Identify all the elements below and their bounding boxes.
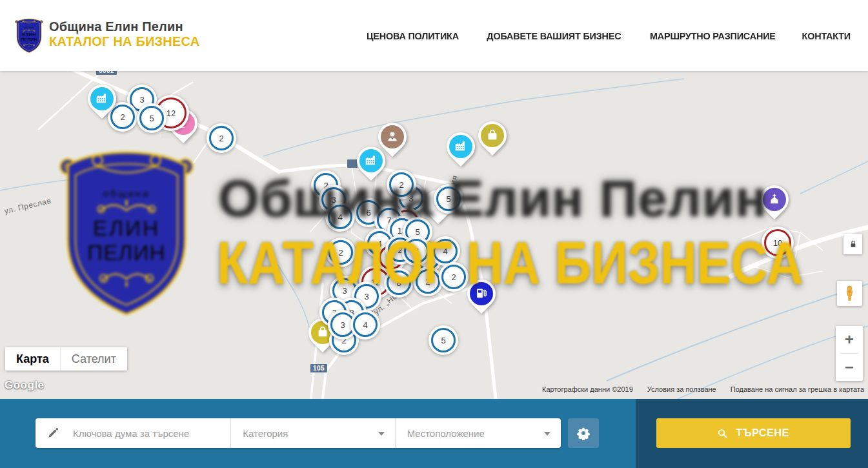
- street-view-pegman-button[interactable]: [837, 281, 862, 306]
- attribution-terms-link[interactable]: Условия за ползване: [647, 385, 716, 393]
- cluster-count: 2: [451, 272, 456, 282]
- church-icon: [767, 192, 782, 206]
- cluster-count: 4: [443, 247, 447, 256]
- map[interactable]: 6002105 ул. Преславбул. „Новоселция 1232…: [0, 71, 868, 399]
- cluster-count: 5: [415, 227, 419, 237]
- worker-icon: [385, 129, 399, 143]
- factory-pin[interactable]: [447, 132, 475, 161]
- search-bar: Категория Местоположение ТЪРСЕНЕ: [0, 399, 868, 468]
- cluster-marker[interactable]: 5: [434, 184, 463, 214]
- markers-layer: 12325 2 2332 56471354827421282233 832345…: [0, 71, 868, 399]
- zoom-control: + −: [836, 326, 863, 381]
- google-logo: Google: [5, 379, 45, 392]
- fuel-pin[interactable]: [467, 280, 496, 308]
- map-type-satellite-button[interactable]: Сателит: [60, 347, 127, 371]
- category-select-label: Категория: [243, 428, 288, 439]
- cluster-count: 4: [338, 212, 342, 222]
- chevron-down-icon: [544, 432, 550, 436]
- lock-control[interactable]: [843, 234, 862, 254]
- cluster-count: 4: [363, 320, 367, 330]
- cluster-count: 3: [340, 320, 345, 330]
- lock-icon: [848, 239, 858, 249]
- gear-icon: [576, 426, 590, 440]
- keyword-field: [35, 418, 230, 448]
- factory-pin[interactable]: [357, 147, 385, 175]
- cluster-count: 10: [773, 238, 782, 248]
- cluster-count: 8: [396, 278, 401, 288]
- chevron-down-icon: [378, 432, 385, 436]
- location-select-label: Местоположение: [407, 428, 485, 439]
- search-icon: [717, 428, 728, 439]
- cluster-marker[interactable]: 2: [413, 267, 443, 296]
- cluster-marker[interactable]: 4: [325, 202, 355, 232]
- nav-contacts[interactable]: КОНТАКТИ: [802, 30, 851, 41]
- cluster-count: 5: [441, 336, 445, 345]
- site-brand: Община Елин Пелин КАТАЛОГ НА БИЗНЕСА: [49, 19, 199, 49]
- cluster-marker[interactable]: 2: [207, 123, 236, 153]
- cluster-marker[interactable]: 2: [439, 262, 469, 292]
- zoom-out-button[interactable]: −: [836, 354, 863, 381]
- cluster-count: 7: [414, 247, 418, 256]
- main-nav: ЦЕНОВА ПОЛИТИКА ДОБАВЕТЕ ВАШИЯТ БИЗНЕС М…: [365, 0, 852, 71]
- page: 6002105 ул. Преславбул. „Новоселция 1232…: [0, 0, 868, 468]
- cluster-count: 5: [446, 194, 450, 204]
- search-submit-label: ТЪРСЕНЕ: [736, 427, 789, 440]
- cluster-count: 3: [139, 95, 144, 105]
- cluster-marker[interactable]: 2: [326, 238, 356, 267]
- cluster-marker[interactable]: 4: [350, 310, 380, 340]
- map-type-map-button[interactable]: Карта: [5, 347, 60, 371]
- factory-pin[interactable]: [88, 85, 116, 113]
- search-submit-button[interactable]: ТЪРСЕНЕ: [656, 418, 851, 448]
- bag-icon: [485, 128, 500, 142]
- map-type-control: Карта Сателит: [5, 347, 127, 371]
- cluster-count: 5: [149, 114, 154, 123]
- advanced-search-button[interactable]: [568, 418, 599, 448]
- pegman-icon: [841, 285, 858, 302]
- pencil-icon: [47, 427, 59, 439]
- municipality-name: Община Елин Пелин: [49, 19, 199, 34]
- zoom-in-button[interactable]: +: [836, 326, 863, 353]
- cluster-marker[interactable]: 7: [401, 236, 431, 266]
- cluster-marker[interactable]: 8: [384, 268, 414, 298]
- category-select[interactable]: Категория: [230, 418, 394, 448]
- cluster-count: 3: [364, 292, 368, 301]
- location-select[interactable]: Местоположение: [395, 418, 561, 448]
- fuel-icon: [474, 286, 489, 300]
- factory-icon: [95, 91, 109, 105]
- header: Община Елин Пелин КАТАЛОГ НА БИЗНЕСА ЦЕН…: [0, 0, 868, 71]
- factory-icon: [454, 139, 468, 153]
- cluster-marker[interactable]: 5: [137, 103, 167, 133]
- nav-add-your-business[interactable]: ДОБАВЕТЕ ВАШИЯТ БИЗНЕС: [487, 30, 621, 41]
- cluster-count: 6: [366, 208, 370, 218]
- cluster-marker[interactable]: 4: [430, 236, 460, 266]
- cluster-marker[interactable]: 2: [387, 170, 416, 199]
- church-pin[interactable]: [760, 185, 789, 214]
- attribution-copyright: Картографски данни ©2019: [542, 385, 633, 393]
- nav-pricing-policy[interactable]: ЦЕНОВА ПОЛИТИКА: [367, 30, 459, 41]
- municipality-logo: [14, 15, 44, 54]
- nav-route-schedule[interactable]: МАРШРУТНО РАЗПИСАНИЕ: [650, 30, 776, 41]
- cluster-count: 2: [338, 248, 343, 258]
- site-title: КАТАЛОГ НА БИЗНЕСА: [49, 34, 199, 49]
- search-fields: Категория Местоположение: [35, 418, 561, 448]
- cluster-count: 2: [425, 277, 430, 287]
- cluster-count: 2: [120, 112, 125, 122]
- cluster-count: 2: [219, 134, 223, 143]
- cluster-count: 3: [342, 286, 347, 296]
- shopping-pin[interactable]: [478, 121, 507, 150]
- keyword-input[interactable]: [72, 427, 216, 440]
- factory-icon: [364, 153, 378, 167]
- map-attribution: Картографски данни ©2019 Условия за полз…: [542, 385, 864, 393]
- attribution-report-link[interactable]: Подаване на сигнал за грешка в картата: [731, 385, 864, 393]
- cluster-count: 2: [399, 180, 403, 190]
- cluster-count: 12: [167, 108, 176, 118]
- cluster-marker-red[interactable]: 10: [762, 227, 794, 259]
- cluster-marker[interactable]: 5: [429, 325, 458, 355]
